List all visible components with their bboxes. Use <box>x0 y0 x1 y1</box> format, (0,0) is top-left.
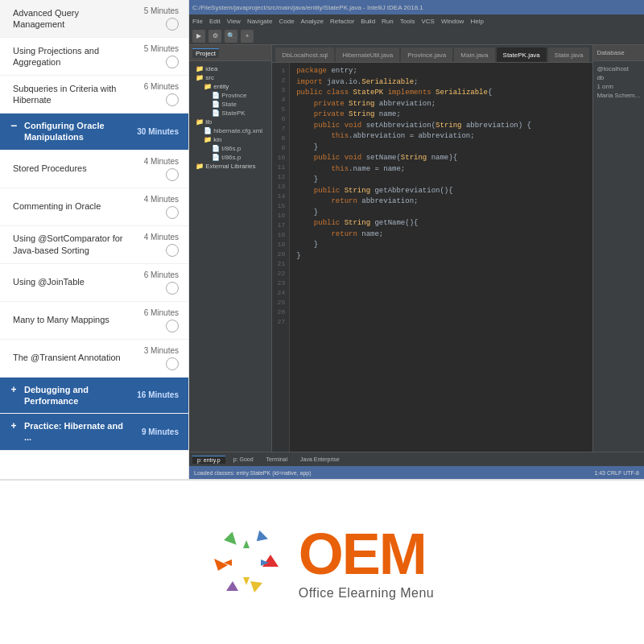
ide-status-tabs[interactable]: p: entry.pp: GoodTerminalJava Enterprise <box>189 452 644 466</box>
code-area: 1234567891011121314151617181920212223242… <box>272 63 592 452</box>
status-bar-text: Loaded classes: entry.StatePK (id=native… <box>194 470 312 476</box>
item-duration: 6 Minutes <box>144 308 179 317</box>
tree-item[interactable]: 📁 lib <box>192 118 268 126</box>
menu-item-refactor[interactable]: Refactor <box>330 18 354 25</box>
status-tab-0[interactable]: p: entry.p <box>192 456 225 464</box>
toolbar-btn-1[interactable]: ▶ <box>192 30 205 43</box>
tree-item[interactable]: 📁 src <box>192 73 268 82</box>
editor-tab-State_java[interactable]: State.java <box>548 47 590 62</box>
line-number: 27 <box>274 317 287 327</box>
code-line: private String name; <box>296 109 586 121</box>
sidebar-item-many-to-many[interactable]: Many to Many Mappings6 Minutes <box>0 302 188 340</box>
status-tab-2[interactable]: Terminal <box>262 456 292 463</box>
tree-item[interactable]: 📁 idea <box>192 64 268 73</box>
menu-item-file[interactable]: File <box>192 18 203 25</box>
code-line: public class StatePK implements Serializ… <box>296 88 586 99</box>
tree-item[interactable]: 📄 Province <box>192 91 268 100</box>
completion-circle[interactable] <box>166 357 179 370</box>
expand-icon[interactable]: + <box>8 384 19 395</box>
line-number: 14 <box>274 192 287 201</box>
tree-item[interactable]: 📄 State <box>192 100 268 109</box>
tree-item[interactable]: 📄 t/86s.p <box>192 144 268 153</box>
tree-item[interactable]: 📄 StatePK <box>192 109 268 118</box>
editor-tab-Province_java[interactable]: Province.java <box>401 47 452 62</box>
menu-item-analyze[interactable]: Analyze <box>301 18 324 25</box>
status-tab-1[interactable]: p: Good <box>229 456 258 463</box>
ide-screenshot: C:/FileSystem/javaproject/src/main/java/… <box>189 0 644 479</box>
tree-item[interactable]: 📁 entity <box>192 82 268 91</box>
menu-item-view[interactable]: View <box>227 18 241 25</box>
sidebar-item-join-table[interactable]: Using @JoinTable6 Minutes <box>0 264 188 302</box>
sidebar-item-label: Advanced Query Management <box>13 7 128 31</box>
sidebar-item-commenting[interactable]: Commenting in Oracle4 Minutes <box>0 188 188 226</box>
sidebar-item-debugging[interactable]: +Debugging and Performance16 Minutes <box>0 378 188 415</box>
completion-circle[interactable] <box>166 56 179 68</box>
menu-item-code[interactable]: Code <box>279 18 294 25</box>
sidebar-item-sort-comparator[interactable]: Using @SortComparator for Java-based Sor… <box>0 226 188 264</box>
line-number: 17 <box>274 221 287 230</box>
sidebar-item-configuring-oracle[interactable]: −Configuring Oracle Manipulations30 Minu… <box>0 114 188 151</box>
menu-item-run[interactable]: Run <box>382 18 394 25</box>
completion-circle[interactable] <box>166 18 179 31</box>
code-content[interactable]: package entry;import java.io.Serializabl… <box>290 63 592 452</box>
ide-panel-tabs: Project <box>189 45 271 61</box>
code-line: } <box>296 175 586 186</box>
menu-item-vcs[interactable]: VCS <box>421 18 434 25</box>
menu-item-help[interactable]: Help <box>470 18 483 25</box>
sidebar-item-practice-hibernate[interactable]: +Practice: Hibernate and ...9 Minutes <box>0 414 188 451</box>
line-number: 11 <box>274 163 287 172</box>
completion-circle[interactable] <box>166 93 179 106</box>
right-panel-item[interactable]: Maria Schem... <box>597 91 641 100</box>
sidebar-item-subqueries[interactable]: Subqueries in Criteria with Hibernate6 M… <box>0 76 188 114</box>
menu-item-tools[interactable]: Tools <box>400 18 415 25</box>
code-line: } <box>296 208 586 219</box>
toolbar-btn-4[interactable]: + <box>241 30 254 43</box>
menu-item-build[interactable]: Build <box>361 18 375 25</box>
tree-item[interactable]: 📁 kin <box>192 135 268 144</box>
line-number: 21 <box>274 259 287 269</box>
collapse-icon[interactable]: − <box>8 120 19 131</box>
menu-item-navigate[interactable]: Navigate <box>247 18 273 25</box>
right-panel-item[interactable]: 1 orm <box>597 82 641 91</box>
completion-circle[interactable] <box>166 168 179 181</box>
editor-tab-StatePK_java[interactable]: StatePK.java <box>497 47 547 62</box>
completion-circle[interactable] <box>166 282 179 295</box>
svg-marker-6 <box>243 540 250 548</box>
right-panel-item[interactable]: @localhost <box>597 64 641 73</box>
code-line: public void setName(String name){ <box>296 153 586 164</box>
right-panel-item[interactable]: db <box>597 73 641 82</box>
menu-item-edit[interactable]: Edit <box>209 18 221 25</box>
sidebar-item-stored-procedures[interactable]: Stored Procedures4 Minutes <box>0 151 188 188</box>
line-number: 2 <box>274 76 287 85</box>
item-duration: 9 Minutes <box>142 427 179 436</box>
item-duration: 4 Minutes <box>144 195 179 204</box>
sidebar-item-advanced-query[interactable]: Advanced Query Management5 Minutes <box>0 0 188 38</box>
right-panel-title: Database <box>597 49 624 56</box>
editor-tab-HibernateUtil_java[interactable]: HibernateUtil.java <box>336 47 399 62</box>
completion-circle[interactable] <box>166 244 179 257</box>
ide-topbar-text: C:/FileSystem/javaproject/src/main/java/… <box>192 4 641 11</box>
ide-area: C:/FileSystem/javaproject/src/main/java/… <box>189 0 644 479</box>
sidebar-item-transient[interactable]: The @Transient Annotation3 Minutes <box>0 340 188 378</box>
toolbar-btn-3[interactable]: 🔍 <box>225 30 237 43</box>
ide-menubar[interactable]: FileEditViewNavigateCodeAnalyzeRefactorB… <box>189 14 644 27</box>
sidebar-item-projections[interactable]: Using Projections and Aggregation5 Minut… <box>0 38 188 76</box>
line-number: 19 <box>274 240 287 250</box>
editor-tab-DbLocalhost_sql[interactable]: DbLocalhost.sql <box>275 47 334 62</box>
editor-tab-Main_java[interactable]: Main.java <box>454 47 494 62</box>
tree-item[interactable]: 📄 t/86s.p <box>192 153 268 162</box>
line-number: 24 <box>274 288 287 298</box>
ide-editor: DbLocalhost.sqlHibernateUtil.javaProvinc… <box>272 45 592 452</box>
toolbar-btn-2[interactable]: ⚙ <box>208 30 221 43</box>
tree-item[interactable]: 📁 External Libraries <box>192 162 268 171</box>
completion-circle[interactable] <box>166 320 179 332</box>
item-duration: 5 Minutes <box>144 44 179 53</box>
tree-item[interactable]: 📄 hibernate.cfg.xml <box>192 126 268 135</box>
tab-project[interactable]: Project <box>192 48 219 58</box>
completion-circle[interactable] <box>166 206 179 219</box>
sidebar-item-label: Many to Many Mappings <box>13 314 109 325</box>
status-tab-3[interactable]: Java Enterprise <box>295 456 345 463</box>
expand-icon[interactable]: + <box>8 420 19 431</box>
sidebar-item-label: Practice: Hibernate and ... <box>24 420 128 444</box>
menu-item-window[interactable]: Window <box>441 18 464 25</box>
